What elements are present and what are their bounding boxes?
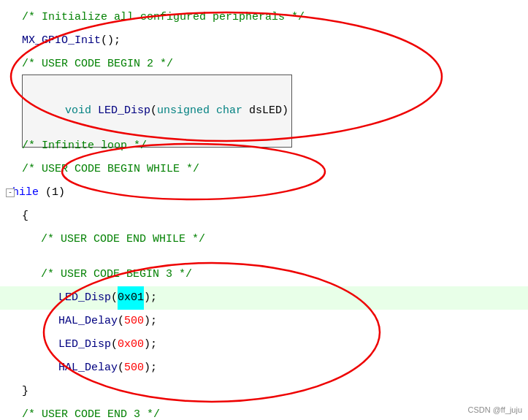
code-text: /* USER CODE BEGIN 3 */ (41, 263, 192, 286)
code-line-18: } (0, 380, 528, 403)
code-text: /* USER CODE END WHILE */ (41, 228, 205, 251)
code-line-16: LED_Disp(0x00); (0, 333, 528, 356)
code-text: /* Initialize all configured peripherals… (22, 6, 305, 29)
code-text: ( (118, 310, 124, 333)
code-text: /* USER CODE BEGIN 2 */ (22, 53, 173, 76)
code-line-2: MX_GPIO_Init(); (0, 29, 528, 53)
watermark: CSDN @ff_juju (467, 405, 522, 414)
code-text: 500 (124, 310, 144, 333)
code-line-5: void LED_Disp(unsigned char dsLED) (0, 99, 528, 123)
code-line-10: { (0, 205, 528, 228)
code-text: dsLED) (242, 104, 288, 117)
code-text: ); (144, 286, 157, 310)
code-editor: /* Initialize all configured peripherals… (0, 0, 528, 420)
code-line-8: /* USER CODE BEGIN WHILE */ (0, 158, 528, 181)
code-line-17: HAL_Delay(500); (0, 356, 528, 380)
code-text: 0x00 (118, 333, 144, 356)
code-line-6 (0, 123, 528, 134)
code-text: (); (101, 29, 120, 53)
code-text: /* USER CODE BEGIN WHILE */ (22, 158, 199, 181)
code-line-11: /* USER CODE END WHILE */ (0, 228, 528, 251)
fold-area[interactable]: - (0, 181, 20, 205)
code-text: ); (144, 356, 157, 380)
code-text: ( (111, 333, 118, 356)
code-line-19: /* USER CODE END 3 */ (0, 403, 528, 420)
code-text: LED_Disp (58, 286, 111, 310)
code-line-15: HAL_Delay(500); (0, 310, 528, 333)
code-text: ( (150, 104, 157, 117)
code-text: 500 (124, 356, 144, 380)
code-line-12 (0, 251, 528, 263)
code-text: unsigned char (157, 104, 242, 117)
code-text: /* Infinite loop */ (22, 134, 147, 158)
code-text: } (22, 380, 28, 403)
code-text: { (22, 205, 28, 228)
code-text: ); (144, 310, 157, 333)
code-text: LED_Disp (58, 333, 111, 356)
code-line-9: - while (1) (0, 181, 528, 205)
code-line-3: /* USER CODE BEGIN 2 */ (0, 53, 528, 76)
code-line-13: /* USER CODE BEGIN 3 */ (0, 263, 528, 286)
code-text: ); (144, 333, 157, 356)
fold-icon[interactable]: - (6, 188, 15, 197)
code-text: HAL_Delay (58, 356, 118, 380)
code-text: void (65, 104, 98, 117)
code-line-7: /* Infinite loop */ (0, 134, 528, 158)
code-text: /* USER CODE END 3 */ (22, 403, 160, 420)
code-line-1: /* Initialize all configured peripherals… (0, 6, 528, 29)
code-line-14: LED_Disp(0x01); (0, 286, 528, 310)
code-text-cyan: 0x01 (118, 286, 144, 310)
code-text: ( (118, 356, 124, 380)
code-text: MX_GPIO_Init (22, 29, 101, 53)
code-text: LED_Disp (98, 104, 150, 117)
code-text: ( (111, 286, 118, 310)
code-text: (1) (39, 181, 65, 205)
code-text: HAL_Delay (58, 310, 118, 333)
